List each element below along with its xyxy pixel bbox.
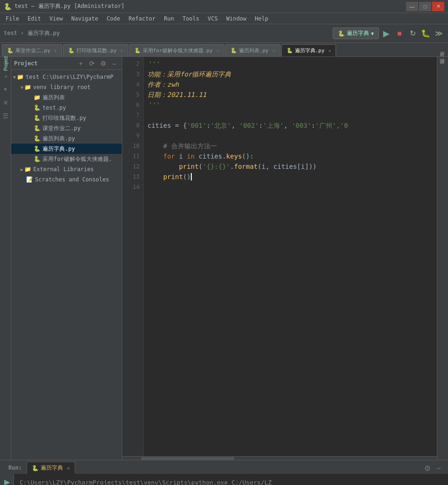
toggle-strip-btn[interactable]: ☰ xyxy=(1,111,10,120)
app-icon: 🐍 xyxy=(4,3,12,10)
tree-item-6[interactable]: 🐍遍历列表.py xyxy=(11,133,122,144)
code-token: i xyxy=(175,151,187,161)
tree-item-2[interactable]: 📁遍历列表 xyxy=(11,92,122,103)
tab-close-btn[interactable]: ✕ xyxy=(120,48,123,53)
code-token xyxy=(147,172,163,182)
code-token: ( xyxy=(199,161,203,172)
tree-file-icon: 🐍 xyxy=(34,125,41,132)
tab-label: 果堂作业二.py xyxy=(15,47,50,54)
x-strip-btn[interactable]: ✕ xyxy=(1,98,10,107)
menu-item-window[interactable]: Window xyxy=(223,14,250,23)
tree-item-0[interactable]: ▼ 📁test C:\Users\LZY\PycharmP xyxy=(11,72,122,82)
code-line: for i in cities.keys(): xyxy=(147,151,433,161)
editor-area: 234567891011121314 '''功能：采用for循环遍历字典作者：z… xyxy=(122,57,437,460)
code-token: , xyxy=(231,120,239,131)
run-tab-icon: 🐍 xyxy=(32,465,39,471)
code-line: 作者：zwh xyxy=(147,79,433,90)
menu-item-tools[interactable]: Tools xyxy=(179,14,203,23)
menu-item-view[interactable]: View xyxy=(46,14,67,23)
more-button[interactable]: ≫ xyxy=(433,28,444,39)
project-strip-btn[interactable]: Project xyxy=(1,59,10,68)
sidebar-add-btn[interactable]: + xyxy=(76,59,85,68)
code-token: # 合并输出方法一 xyxy=(147,141,217,151)
vert-tab-jieping[interactable]: 截屏 xyxy=(438,64,447,72)
tab-label: 遍历字典.py xyxy=(295,47,325,54)
code-token: 功能：采用for循环遍历字典 xyxy=(147,69,231,79)
run-label: Run: xyxy=(4,462,27,474)
tab-label: 遍历列表.py xyxy=(239,47,269,54)
code-content[interactable]: '''功能：采用for循环遍历字典作者：zwh日期：2021.11.11'''c… xyxy=(144,57,437,456)
editor-tab-0[interactable]: 🐍果堂作业二.py✕ xyxy=(2,44,62,56)
menu-item-vcs[interactable]: VCS xyxy=(204,14,222,23)
editor-tab-3[interactable]: 🐍遍历列表.py✕ xyxy=(225,44,280,56)
tree-item-label: 遍历列表.py xyxy=(42,135,75,143)
menu-item-code[interactable]: Code xyxy=(103,14,124,23)
sidebar-sync-btn[interactable]: ⟳ xyxy=(87,59,97,68)
tab-py-icon: 🐍 xyxy=(231,48,237,54)
minimize-button[interactable]: — xyxy=(406,2,418,11)
code-token: = xyxy=(171,120,183,131)
tab-close-btn[interactable]: ✕ xyxy=(217,48,219,53)
menu-item-file[interactable]: File xyxy=(2,14,23,23)
code-token xyxy=(147,151,163,161)
code-editor[interactable]: 234567891011121314 '''功能：采用for循环遍历字典作者：z… xyxy=(122,57,437,456)
line-number: 10 xyxy=(122,141,140,151)
tree-item-9[interactable]: ▶ 📁External Libraries xyxy=(11,164,122,174)
menu-item-edit[interactable]: Edit xyxy=(24,14,45,23)
text-cursor xyxy=(191,173,192,180)
tree-item-label: 采用for破解令狐大侠难题. xyxy=(42,155,112,163)
menu-item-navigate[interactable]: Navigate xyxy=(68,14,102,23)
tree-item-10[interactable]: 📝Scratches and Consoles xyxy=(11,174,122,185)
run-button[interactable]: ▶ xyxy=(381,28,392,39)
run-output[interactable]: C:\Users\LZY\PycharmProjects\test\venv\S… xyxy=(14,474,448,485)
maximize-button[interactable]: □ xyxy=(419,2,431,11)
tab-close-btn[interactable]: ✕ xyxy=(328,48,331,53)
run-tab-active[interactable]: 🐍 遍历字典 ✕ xyxy=(27,462,75,474)
structure-strip-btn[interactable]: ≡ xyxy=(1,72,10,81)
menubar: FileEditViewNavigateCodeRefactorRunTools… xyxy=(0,13,448,24)
code-token: '002' xyxy=(239,120,259,131)
editor-tab-1[interactable]: 🐍打印玫瑰花数.py✕ xyxy=(63,44,128,56)
run-settings-btn[interactable]: ⚙ xyxy=(422,463,433,474)
sidebar-collapse-btn[interactable]: – xyxy=(110,59,119,68)
code-token: print xyxy=(163,172,183,182)
tree-item-4[interactable]: 🐍打印玫瑰花数.py xyxy=(11,113,122,123)
tab-close-btn[interactable]: ✕ xyxy=(54,48,57,53)
menu-item-help[interactable]: Help xyxy=(251,14,272,23)
code-token: ,'0 xyxy=(336,120,348,131)
vert-tab-luping[interactable]: 录屏 xyxy=(438,57,447,64)
code-token: for xyxy=(163,151,175,161)
menu-item-refactor[interactable]: Refactor xyxy=(125,14,159,23)
editor-tab-2[interactable]: 🐍采用for破解令狐大侠难题.py✕ xyxy=(129,44,224,56)
run-play-btn[interactable]: ▶ xyxy=(2,477,12,485)
stop-button[interactable]: ■ xyxy=(394,28,405,39)
code-line: 日期：2021.11.11 xyxy=(147,90,433,100)
close-button[interactable]: ✕ xyxy=(432,2,444,11)
code-token: . xyxy=(230,161,234,172)
tree-file-icon: 📁 xyxy=(24,84,31,90)
tree-item-7[interactable]: 🐍遍历字典.py xyxy=(11,144,122,154)
debug-button[interactable]: 🐛 xyxy=(420,28,431,39)
code-token: : xyxy=(259,120,263,131)
line-number: 3 xyxy=(122,69,140,79)
tab-close-btn[interactable]: ✕ xyxy=(272,48,275,53)
menu-item-run[interactable]: Run xyxy=(160,14,178,23)
tree-item-8[interactable]: 🐍采用for破解令狐大侠难题. xyxy=(11,154,122,164)
run-config-button[interactable]: 🐍 遍历字典 ▾ xyxy=(333,28,379,39)
scroll-thumb[interactable] xyxy=(141,457,234,460)
rerun-button[interactable]: ↻ xyxy=(407,28,418,39)
scroll-indicator[interactable] xyxy=(122,456,437,460)
run-tab-close[interactable]: ✕ xyxy=(67,465,70,471)
tree-item-1[interactable]: ▼ 📁venv library root xyxy=(11,82,122,92)
chevron-down-icon: ▾ xyxy=(371,30,374,37)
sidebar-settings-btn[interactable]: ⚙ xyxy=(98,59,108,68)
toolbar-breadcrumb: test › 遍历字典.py xyxy=(4,29,60,37)
code-token: '上海' xyxy=(263,120,284,131)
line-number: 12 xyxy=(122,161,140,172)
tree-item-3[interactable]: 🐍test.py xyxy=(11,103,122,113)
tree-item-5[interactable]: 🐍课堂作业二.py xyxy=(11,123,122,133)
editor-tab-4[interactable]: 🐍遍历字典.py✕ xyxy=(281,44,336,56)
run-minimize-btn[interactable]: – xyxy=(433,463,444,474)
favorites-strip-btn[interactable]: ★ xyxy=(1,85,10,94)
run-config-label: 遍历字典 xyxy=(347,29,369,37)
